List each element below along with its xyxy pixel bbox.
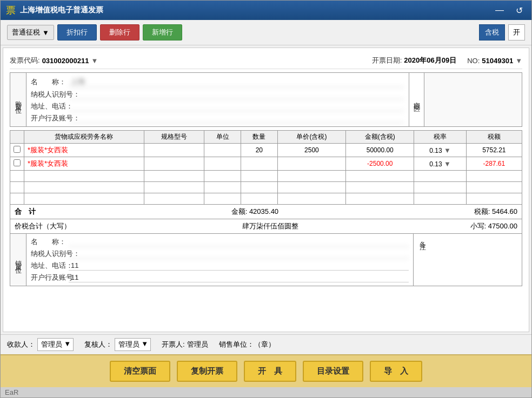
toolbar-left: 普通征税 ▼ 折扣行 删除行 新增行 (7, 24, 182, 41)
reviewer-value: 管理员 (118, 340, 139, 348)
header-unit: 单位 (204, 131, 241, 144)
no-value: 51049301 (482, 57, 513, 65)
row-tax-rate[interactable]: 0.13 ▼ (414, 144, 466, 157)
row-tax-amount[interactable]: -287.61 (466, 157, 522, 171)
seller-tin-row: 纳税人识别号： (31, 248, 409, 260)
buyer-bank-value[interactable] (69, 113, 404, 123)
secret-code-area (424, 73, 522, 126)
table-row-empty (10, 182, 522, 193)
catalog-button[interactable]: 目录设置 (303, 361, 363, 382)
buyer-tin-row: 纳税人识别号： (31, 89, 404, 100)
code-value: 031002000211 (42, 57, 89, 65)
buyer-section-label: 购货单位 (10, 73, 26, 126)
reviewer-dropdown[interactable]: 管理员 ▼ (115, 338, 151, 351)
row-qty[interactable]: 20 (241, 144, 278, 157)
seller-bank-value[interactable]: 11 (69, 273, 409, 282)
buyer-name-row: 名 称： 上海 (31, 75, 404, 89)
secret-section-label: 密码区 (409, 73, 424, 126)
seller-name-row: 名 称： (31, 236, 409, 248)
seller-tin-value[interactable] (69, 249, 409, 259)
close-button[interactable]: ↺ (513, 4, 526, 17)
row-item-name[interactable]: *服装*女西装 (24, 144, 144, 157)
add-row-button[interactable]: 新增行 (143, 24, 182, 41)
receiver-field: 收款人： 管理员 ▼ (7, 338, 74, 351)
buyer-address-row: 地址、电话： (31, 100, 404, 112)
seller-bank-row: 开户行及账号： 11 (31, 272, 409, 284)
buyer-tin-value[interactable] (69, 90, 404, 99)
tax-toggle-value[interactable]: 开 (508, 24, 525, 41)
remarks-section: 备注 (414, 234, 522, 286)
seller-name-value[interactable] (69, 237, 409, 247)
remarks-label: 备注 (418, 236, 427, 240)
buyer-name-value[interactable]: 上海 (69, 76, 404, 87)
status-bar: EaR (1, 387, 531, 397)
row-amount[interactable]: 50000.00 (346, 144, 414, 157)
row-tax-amount[interactable]: 5752.21 (466, 144, 522, 157)
row-spec[interactable] (144, 144, 204, 157)
small-label: 小写: (470, 222, 487, 230)
items-table: 货物或应税劳务名称 规格型号 单位 数量 单价(含税) 金额(含税) 税率 税额… (10, 130, 522, 205)
buyer-address-label: 地址、电话： (31, 102, 69, 111)
buyer-name-label: 名 称： (31, 77, 69, 87)
issue-button[interactable]: 开 具 (244, 361, 296, 382)
row-spec[interactable] (144, 157, 204, 171)
footer-bar: 收款人： 管理员 ▼ 复核人： 管理员 ▼ 开票人: 管理员 销售单位：（章） (1, 334, 531, 354)
minimize-button[interactable]: — (492, 4, 507, 17)
seller-unit-label: 销售单位：（章） (219, 340, 275, 349)
receiver-dropdown[interactable]: 管理员 ▼ (37, 338, 74, 351)
seller-unit-field: 销售单位：（章） (219, 340, 275, 349)
invoice-type-arrow: ▼ (42, 29, 49, 37)
invoice-date-section: 开票日期: 2020年06月09日 (372, 56, 456, 65)
app-icon: 票 (6, 4, 16, 17)
main-window: 票 上海增值税电子普通发票 — ↺ 普通征税 ▼ 折扣行 删除行 新增行 含税 … (0, 0, 532, 398)
seller-address-value[interactable]: 11 (69, 261, 409, 271)
buyer-address-value[interactable] (69, 102, 404, 111)
uppercase-label: 价税合计（大写） (15, 221, 71, 231)
seller-address-label: 地址、电话： (31, 261, 69, 271)
row-checkbox[interactable] (10, 144, 24, 157)
totals-amount: 金额: 42035.40 (231, 207, 278, 217)
row-checkbox[interactable] (10, 157, 24, 171)
copy-button[interactable]: 复制开票 (177, 361, 237, 382)
row-tax-rate[interactable]: 0.13 ▼ (414, 157, 466, 171)
seller-section-label: 销货单位 (10, 234, 26, 286)
buyer-bank-row: 开户行及账号： (31, 112, 404, 124)
status-text: EaR (5, 388, 18, 396)
totals-row: 合 计 金额: 42035.40 税额: 5464.60 (10, 205, 522, 219)
bottom-toolbar: 清空票面 复制开票 开 具 目录设置 导 入 (1, 354, 531, 387)
row-unit[interactable] (204, 157, 241, 171)
seller-address-row: 地址、电话： 11 (31, 260, 409, 272)
window-title: 上海增值税电子普通发票 (20, 5, 103, 15)
tax-value: 5464.60 (492, 207, 517, 215)
header-item-name: 货物或应税劳务名称 (24, 131, 144, 144)
titlebar-controls: — ↺ (492, 4, 526, 17)
issuer-value: 管理员 (187, 340, 208, 349)
uppercase-small: 小写: 47500.00 (470, 221, 517, 231)
receiver-label: 收款人： (7, 340, 35, 349)
header-tax-amount: 税额 (466, 131, 522, 144)
toolbar-right: 含税 开 (479, 24, 525, 41)
import-button[interactable]: 导 入 (370, 361, 422, 382)
row-amount[interactable]: -2500.00 (346, 157, 414, 171)
table-header-row: 货物或应税劳务名称 规格型号 单位 数量 单价(含税) 金额(含税) 税率 税额 (10, 131, 522, 144)
header-qty: 数量 (241, 131, 278, 144)
invoice-no-section: NO: 51049301 ▼ (467, 57, 522, 65)
discount-row-button[interactable]: 折扣行 (57, 24, 97, 41)
tax-toggle-button[interactable]: 含税 (479, 24, 505, 41)
no-dropdown-arrow[interactable]: ▼ (515, 57, 522, 65)
code-dropdown-arrow[interactable]: ▼ (91, 57, 98, 65)
date-value: 2020年06月09日 (404, 56, 456, 65)
small-value: 47500.00 (488, 222, 517, 230)
toolbar: 普通征税 ▼ 折扣行 删除行 新增行 含税 开 (1, 20, 531, 45)
row-item-name[interactable]: *服装*女西装 (24, 157, 144, 171)
row-qty[interactable] (241, 157, 278, 171)
clear-button[interactable]: 清空票面 (110, 361, 170, 382)
row-unit-price[interactable] (277, 157, 345, 171)
delete-row-button[interactable]: 删除行 (100, 24, 139, 41)
row-unit[interactable] (204, 144, 241, 157)
invoice-type-dropdown[interactable]: 普通征税 ▼ (7, 25, 54, 40)
invoice-main: 发票代码: 031002000211 ▼ 开票日期: 2020年06月09日 N… (3, 48, 529, 332)
header-checkbox (10, 131, 24, 144)
row-unit-price[interactable]: 2500 (277, 144, 345, 157)
header-amount: 金额(含税) (346, 131, 414, 144)
